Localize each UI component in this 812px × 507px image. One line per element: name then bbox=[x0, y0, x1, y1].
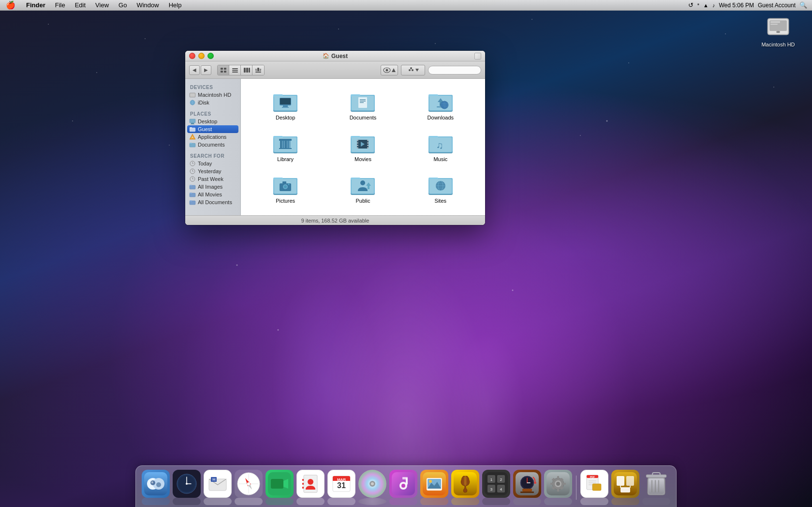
menu-file[interactable]: File bbox=[50, 0, 70, 11]
sidebar-item-guest[interactable]: Guest bbox=[187, 125, 238, 133]
spotlight-icon[interactable]: 🔍 bbox=[799, 1, 807, 9]
sidebar-item-documents[interactable]: Documents bbox=[185, 141, 240, 149]
menu-view[interactable]: View bbox=[90, 0, 114, 11]
sidebar-item-all-movies[interactable]: All Movies bbox=[185, 191, 240, 198]
svg-point-24 bbox=[410, 67, 412, 69]
svg-rect-230 bbox=[626, 476, 634, 486]
dock-preview[interactable]: PDF bbox=[580, 470, 608, 505]
svg-point-23 bbox=[409, 69, 411, 71]
sidebar-item-all-images[interactable]: All Images bbox=[185, 183, 240, 191]
dock-finder[interactable] bbox=[142, 470, 170, 505]
svg-point-186 bbox=[429, 480, 432, 483]
svg-rect-31 bbox=[190, 119, 195, 123]
sidebar-item-idisk[interactable]: iDisk bbox=[185, 99, 240, 106]
svg-rect-18 bbox=[260, 68, 262, 71]
close-button[interactable] bbox=[189, 53, 195, 59]
dock-dvd-player[interactable] bbox=[358, 470, 386, 505]
svg-rect-53 bbox=[190, 201, 195, 205]
resize-widget[interactable] bbox=[474, 53, 481, 60]
svg-point-164 bbox=[308, 479, 313, 485]
minimize-button[interactable] bbox=[198, 53, 205, 59]
svg-rect-92 bbox=[279, 139, 292, 141]
menu-edit[interactable]: Edit bbox=[70, 0, 90, 11]
svg-rect-7 bbox=[224, 68, 226, 70]
folder-movies[interactable]: Movies bbox=[326, 128, 399, 166]
svg-rect-10 bbox=[232, 68, 238, 69]
svg-text:✉: ✉ bbox=[212, 477, 216, 482]
menu-help[interactable]: Help bbox=[164, 0, 187, 11]
toolbar: ◀ ▶ bbox=[185, 61, 485, 79]
forward-button[interactable]: ▶ bbox=[201, 65, 211, 75]
apple-menu[interactable]: 🍎 bbox=[0, 0, 21, 11]
dock-garageband[interactable] bbox=[451, 470, 479, 505]
quick-look-button[interactable] bbox=[381, 65, 398, 75]
sidebar-item-desktop[interactable]: Desktop bbox=[185, 118, 240, 125]
dock-filemerge[interactable] bbox=[611, 470, 639, 505]
devices-header: DEVICES bbox=[185, 83, 240, 91]
folder-pictures[interactable]: Pictures bbox=[249, 170, 322, 208]
svg-point-121 bbox=[288, 184, 290, 185]
sidebar-item-macintosh-hd[interactable]: Macintosh HD bbox=[185, 91, 240, 99]
window-title: 🏠 Guest bbox=[323, 53, 348, 60]
wifi-icon[interactable]: ▲ bbox=[703, 2, 709, 8]
menu-finder[interactable]: Finder bbox=[21, 0, 50, 11]
time-machine-icon[interactable]: ↺ bbox=[688, 1, 694, 9]
search-input[interactable] bbox=[428, 66, 481, 75]
dock-address-book[interactable] bbox=[296, 470, 325, 505]
dock-world-clock[interactable] bbox=[173, 470, 201, 505]
list-view-button[interactable] bbox=[229, 65, 241, 75]
svg-rect-12 bbox=[232, 72, 238, 73]
folder-downloads[interactable]: Downloads bbox=[404, 87, 477, 124]
coverflow-view-button[interactable] bbox=[252, 65, 264, 75]
back-button[interactable]: ◀ bbox=[189, 65, 200, 75]
dock-mail[interactable]: ✉ bbox=[204, 470, 232, 505]
dock-calendar[interactable]: MAR 31 bbox=[327, 470, 355, 505]
dock-safari[interactable] bbox=[235, 470, 263, 505]
svg-rect-101 bbox=[357, 145, 358, 146]
svg-rect-213 bbox=[557, 489, 559, 492]
svg-point-141 bbox=[156, 482, 161, 487]
svg-rect-120 bbox=[282, 181, 286, 183]
folder-desktop[interactable]: Desktop bbox=[249, 87, 322, 124]
column-view-button[interactable] bbox=[241, 65, 252, 75]
svg-point-179 bbox=[401, 484, 405, 488]
sidebar-item-past-week[interactable]: Past Week bbox=[185, 175, 240, 183]
folder-library[interactable]: Library bbox=[249, 128, 322, 166]
svg-rect-38 bbox=[190, 143, 195, 147]
dock-facetime[interactable] bbox=[266, 470, 294, 505]
macintosh-hd-icon[interactable]: Macintosh HD bbox=[759, 15, 797, 47]
menubar-left: 🍎 Finder File Edit View Go Window Help bbox=[0, 0, 186, 11]
svg-point-21 bbox=[386, 69, 388, 71]
user-account[interactable]: Guest Account bbox=[758, 2, 796, 9]
dock-system-preferences[interactable] bbox=[544, 470, 572, 505]
svg-rect-28 bbox=[190, 93, 195, 97]
folder-documents[interactable]: Documents bbox=[326, 87, 399, 124]
folder-documents-label: Documents bbox=[350, 115, 377, 120]
sidebar-item-today[interactable]: Today bbox=[185, 160, 240, 167]
sidebar-item-all-documents[interactable]: All Documents bbox=[185, 198, 240, 206]
folder-downloads-label: Downloads bbox=[428, 115, 454, 120]
svg-rect-6 bbox=[221, 68, 223, 70]
svg-rect-215 bbox=[563, 483, 566, 485]
dock-iphoto[interactable] bbox=[420, 470, 448, 505]
svg-rect-229 bbox=[617, 476, 624, 486]
sidebar-item-applications[interactable]: A Applications bbox=[185, 133, 240, 141]
dock-itunes[interactable] bbox=[389, 470, 417, 505]
svg-rect-13 bbox=[244, 68, 246, 73]
sidebar-item-yesterday[interactable]: Yesterday bbox=[185, 167, 240, 175]
folder-public[interactable]: Public bbox=[326, 170, 399, 208]
dock-time-machine[interactable] bbox=[513, 470, 541, 505]
icon-view-button[interactable] bbox=[218, 65, 229, 75]
dock-spaces[interactable]: 1 2 3 4 bbox=[482, 470, 510, 505]
folder-sites[interactable]: Sites bbox=[404, 170, 477, 208]
bluetooth-icon[interactable]: * bbox=[697, 2, 699, 8]
folder-music[interactable]: ♫ Music bbox=[404, 128, 477, 166]
svg-rect-102 bbox=[357, 147, 358, 149]
action-button[interactable] bbox=[401, 65, 425, 75]
svg-rect-16 bbox=[257, 68, 259, 71]
menu-window[interactable]: Window bbox=[132, 0, 163, 11]
dock-trash[interactable]: < bbox=[642, 470, 670, 505]
menu-go[interactable]: Go bbox=[114, 0, 132, 11]
maximize-button[interactable] bbox=[207, 53, 214, 59]
volume-icon[interactable]: ♪ bbox=[712, 2, 715, 8]
